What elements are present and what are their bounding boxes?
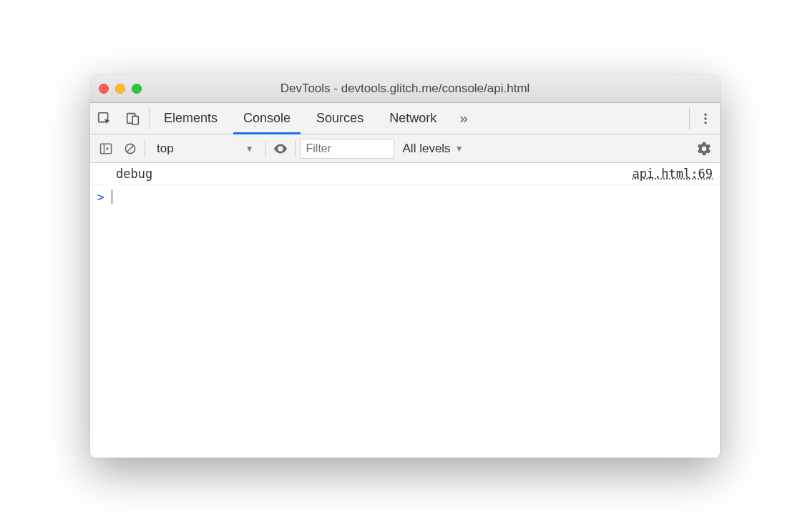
text-cursor — [112, 189, 113, 204]
prompt-caret-icon: > — [97, 190, 104, 204]
tabbar-divider — [149, 107, 150, 129]
device-toolbar-icon[interactable] — [119, 103, 147, 134]
tab-label: Network — [389, 111, 436, 126]
tab-console[interactable]: Console — [230, 103, 303, 134]
clear-console-icon[interactable] — [120, 139, 140, 159]
kebab-menu-icon[interactable] — [691, 103, 720, 134]
svg-rect-6 — [101, 144, 112, 153]
console-sidebar-toggle-icon[interactable] — [96, 139, 116, 159]
chevron-down-icon: ▼ — [245, 144, 254, 154]
svg-point-5 — [704, 122, 706, 124]
log-levels-select[interactable]: All levels ▼ — [399, 142, 468, 156]
filter-input[interactable] — [300, 139, 394, 159]
titlebar: DevTools - devtools.glitch.me/console/ap… — [90, 74, 720, 103]
toolbar-divider — [265, 140, 266, 157]
zoom-window-button[interactable] — [132, 84, 142, 94]
context-label: top — [157, 142, 174, 156]
svg-point-3 — [704, 113, 706, 115]
console-toolbar: top ▼ All levels ▼ — [90, 134, 720, 163]
execution-context-select[interactable]: top ▼ — [150, 139, 261, 159]
main-tabbar: Elements Console Sources Network » — [90, 103, 720, 134]
tab-label: Sources — [316, 111, 363, 126]
tab-label: Elements — [164, 111, 218, 126]
svg-point-4 — [704, 117, 706, 119]
svg-line-9 — [127, 145, 134, 152]
chevron-down-icon: ▼ — [455, 144, 464, 154]
tabbar-divider — [689, 107, 690, 129]
console-output: debug api.html:69 > — [90, 163, 720, 458]
tab-elements[interactable]: Elements — [151, 103, 230, 134]
tab-label: Console — [243, 111, 291, 126]
svg-rect-2 — [132, 116, 138, 124]
more-tabs-icon[interactable]: » — [449, 103, 478, 134]
levels-label: All levels — [403, 142, 451, 156]
window-controls — [99, 84, 142, 94]
inspect-element-icon[interactable] — [90, 103, 119, 134]
window-title: DevTools - devtools.glitch.me/console/ap… — [90, 82, 720, 96]
minimize-window-button[interactable] — [115, 84, 125, 94]
toolbar-divider — [145, 140, 145, 157]
tab-network[interactable]: Network — [376, 103, 449, 134]
toolbar-divider — [295, 140, 296, 157]
tab-sources[interactable]: Sources — [303, 103, 376, 134]
log-source-link[interactable]: api.html:69 — [632, 167, 713, 181]
log-message: debug — [116, 167, 632, 181]
live-expression-icon[interactable] — [270, 139, 291, 159]
console-settings-icon[interactable] — [694, 139, 714, 159]
close-window-button[interactable] — [99, 84, 109, 94]
devtools-window: DevTools - devtools.glitch.me/console/ap… — [90, 74, 720, 458]
console-log-row[interactable]: debug api.html:69 — [90, 163, 720, 185]
console-prompt[interactable]: > — [90, 185, 720, 208]
